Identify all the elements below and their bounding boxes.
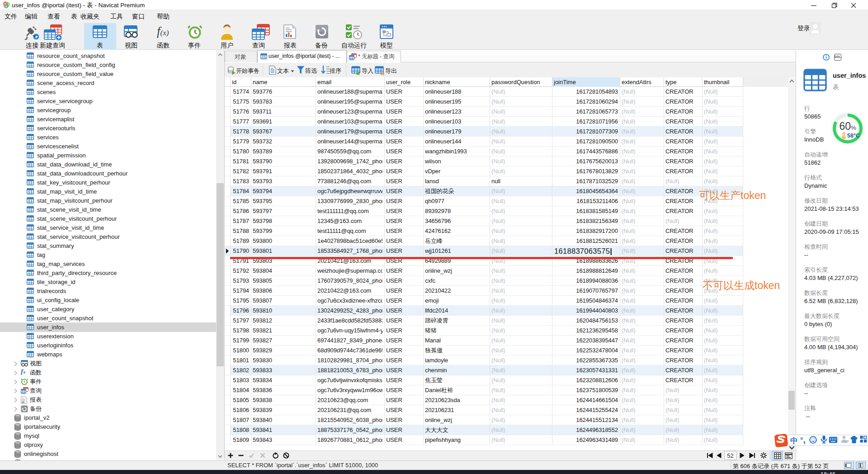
svg-text:27: 27 [844,439,849,444]
